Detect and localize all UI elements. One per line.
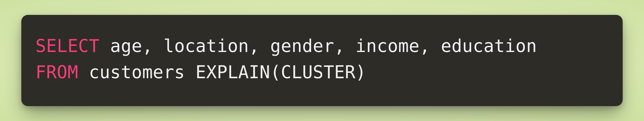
sql-line2-rest: customers EXPLAIN(CLUSTER) xyxy=(78,62,366,82)
code-block: SELECT age, location, gender, income, ed… xyxy=(21,15,623,106)
sql-keyword-from: FROM xyxy=(36,62,78,82)
sql-keyword-select: SELECT xyxy=(36,36,100,56)
code-content: SELECT age, location, gender, income, ed… xyxy=(36,33,608,85)
sql-line1-rest: age, location, gender, income, education xyxy=(100,36,537,56)
